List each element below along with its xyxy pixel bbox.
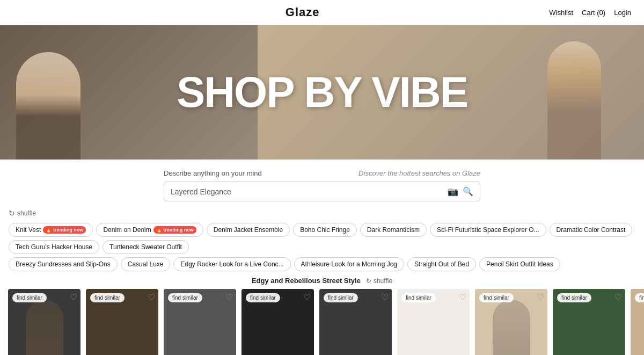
wishlist-heart-button[interactable]: ♡ (537, 292, 544, 302)
product-card: find similar ♡ RUVE zash shirt $73.00 (628, 289, 644, 355)
model-figure (337, 300, 375, 355)
wishlist-heart-button[interactable]: ♡ (614, 292, 622, 302)
find-similar-button[interactable]: find similar (479, 293, 514, 302)
find-similar-button[interactable]: find similar (12, 293, 47, 302)
camera-icon[interactable]: 📷 (448, 186, 458, 197)
tag-straight-out[interactable]: Straight Out of Bed (407, 257, 476, 271)
product-card: find similar ♡ JADED LONDON ash faux lea… (5, 289, 83, 355)
product-image: find similar ♡ (475, 289, 547, 355)
wishlist-heart-button[interactable]: ♡ (303, 292, 311, 302)
model-figure (26, 300, 63, 355)
tag-label: Casual Luxe (128, 260, 164, 268)
tag-turtleneck[interactable]: Turtleneck Sweater Outfit (103, 240, 189, 254)
product-card: find similar ♡ MIAOU vaughn jacket $495.… (472, 289, 550, 355)
hero-section: SHOP BY VIBE (0, 25, 644, 160)
hero-text: SHOP BY VIBE (0, 25, 644, 160)
product-image: find similar ♡ (164, 289, 236, 355)
tag-boho-chic[interactable]: Boho Chic Fringe (293, 223, 357, 237)
search-label: Describe anything on your mind (164, 169, 262, 177)
product-image: find similar ♡ (631, 289, 644, 355)
find-similar-button[interactable]: find similar (168, 293, 202, 302)
tag-label: Denim on Denim 🔥 trending now (103, 226, 196, 234)
logo-text: Glaze (286, 5, 320, 19)
header-nav: Wishlist Cart (0) Login (549, 9, 631, 17)
tag-dark-romanticism[interactable]: Dark Romanticism (360, 223, 427, 237)
product-image: find similar ♡ (397, 289, 470, 355)
cart-link[interactable]: Cart (0) (582, 9, 605, 17)
shuffle-label[interactable]: shuffle (17, 209, 36, 217)
login-link[interactable]: Login (614, 9, 631, 17)
vibe-shuffle-icon: ↻ (366, 277, 371, 285)
find-similar-button[interactable]: find similar (324, 293, 358, 302)
tag-denim-jacket[interactable]: Denim Jacket Ensemble (207, 223, 290, 237)
search-label-row: Describe anything on your mind Discover … (164, 169, 480, 177)
tag-dramatic[interactable]: Dramatic Color Contrast (550, 223, 633, 237)
model-figure (181, 300, 219, 355)
model-figure (104, 300, 141, 355)
tag-label: Turtleneck Sweater Outfit (109, 243, 182, 251)
tag-knit-vest[interactable]: Knit Vest 🔥 trending now (9, 223, 93, 237)
tag-denim-on-denim[interactable]: Denim on Denim 🔥 trending now (96, 223, 203, 237)
vibe-shuffle[interactable]: ↻ shuffle (366, 277, 392, 285)
tag-label: Straight Out of Bed (414, 260, 469, 268)
tag-label: Athleisure Look for a Morning Jog (301, 260, 397, 268)
tags-row-1: Knit Vest 🔥 trending now Denim on Denim … (0, 221, 644, 257)
model-figure (570, 300, 608, 355)
tag-pencil-skirt[interactable]: Pencil Skirt Outfit Ideas (479, 257, 560, 271)
product-card: find similar ♡ JOAH BROWN oversized card… (317, 289, 394, 355)
wishlist-heart-button[interactable]: ♡ (459, 292, 466, 302)
tag-label: Dark Romanticism (367, 226, 420, 234)
header: Glaze Wishlist Cart (0) Login (0, 0, 644, 25)
product-image: find similar ♡ (553, 289, 625, 355)
tag-edgy-rocker[interactable]: Edgy Rocker Look for a Live Conc... (173, 257, 290, 271)
product-card: find similar ♡ MODE MISCHIEF utility max… (394, 289, 472, 355)
tag-label: Tech Guru's Hacker House (16, 243, 92, 251)
find-similar-button[interactable]: find similar (246, 293, 280, 302)
tag-label: Edgy Rocker Look for a Live Conc... (180, 260, 283, 268)
product-image: find similar ♡ (241, 289, 314, 355)
product-card: find similar ♡ JADED LONDON ash faux lea… (83, 289, 161, 355)
search-icon[interactable]: 🔍 (463, 186, 473, 197)
vibe-shuffle-label: shuffle (374, 277, 392, 285)
model-figure (493, 300, 530, 355)
trending-badge: 🔥 trending now (153, 226, 196, 234)
product-image: find similar ♡ (319, 289, 392, 355)
wishlist-link[interactable]: Wishlist (549, 9, 573, 17)
tag-label: Denim Jacket Ensemble (214, 226, 283, 234)
product-image: find similar ♡ (8, 289, 80, 355)
search-section: Describe anything on your mind Discover … (0, 160, 644, 206)
vibe-label: Edgy and Rebellious Street Style (252, 277, 361, 285)
shuffle-icon: ↻ (9, 209, 15, 218)
find-similar-button[interactable]: find similar (90, 293, 125, 302)
tag-athleisure[interactable]: Athleisure Look for a Morning Jog (294, 257, 404, 271)
wishlist-heart-button[interactable]: ♡ (70, 292, 77, 302)
tag-breezy[interactable]: Breezy Sundresses and Slip-Ons (9, 257, 118, 271)
product-image: find similar ♡ (86, 289, 158, 355)
find-similar-button[interactable]: find similar (557, 293, 591, 302)
search-icons: 📷 🔍 (448, 186, 473, 197)
tag-label: Boho Chic Fringe (300, 226, 350, 234)
tag-label: Pencil Skirt Outfit Ideas (486, 260, 553, 268)
search-input[interactable] (171, 187, 448, 196)
tag-casual-luxe[interactable]: Casual Luxe (121, 257, 171, 271)
tag-tech-guru[interactable]: Tech Guru's Hacker House (9, 240, 99, 254)
vibe-row: Edgy and Rebellious Street Style ↻ shuff… (0, 274, 644, 289)
wishlist-heart-button[interactable]: ♡ (225, 292, 233, 302)
product-card: find similar ♡ WANTS grey oversized blaz… (161, 289, 239, 355)
trending-badge: 🔥 trending now (43, 226, 86, 234)
tag-sci-fi[interactable]: Sci-Fi Futuristic Space Explorer O... (430, 223, 546, 237)
tags-row-2: Breezy Sundresses and Slip-OnsCasual Lux… (0, 257, 644, 274)
model-figure (259, 300, 297, 355)
products-row: find similar ♡ JADED LONDON ash faux lea… (0, 289, 644, 355)
find-similar-button[interactable]: find similar (401, 293, 436, 302)
wishlist-heart-button[interactable]: ♡ (148, 292, 155, 302)
search-discover-text: Discover the hottest searches on Glaze (358, 169, 480, 177)
product-card: find similar ♡ MADNESS praga patent leat… (239, 289, 317, 355)
wishlist-heart-button[interactable]: ♡ (381, 292, 389, 302)
search-bar: 📷 🔍 (164, 182, 480, 201)
tag-label: Dramatic Color Contrast (557, 226, 626, 234)
tag-label: Knit Vest 🔥 trending now (16, 226, 86, 234)
find-similar-button[interactable]: find similar (635, 293, 644, 302)
tag-label: Sci-Fi Futuristic Space Explorer O... (437, 226, 539, 234)
model-figure (415, 300, 452, 355)
